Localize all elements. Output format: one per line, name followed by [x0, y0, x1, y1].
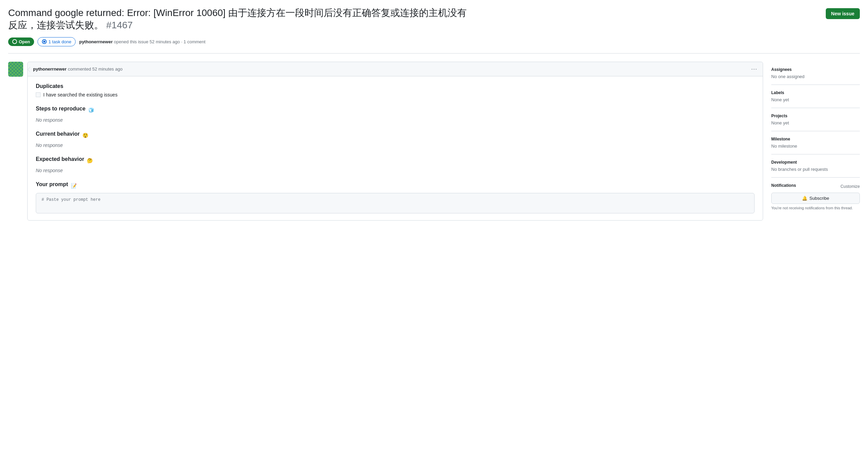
labels-value: None yet — [771, 97, 860, 102]
comment-header: pythonerrnewer commented 52 minutes ago … — [28, 62, 763, 76]
milestone-section: Milestone No milestone — [771, 131, 860, 154]
task-icon — [42, 39, 47, 44]
issue-title: Command google returned: Error: [WinErro… — [8, 7, 468, 32]
left-column: pythonerrnewer commented 52 minutes ago … — [8, 62, 763, 221]
projects-section: Projects None yet — [771, 108, 860, 131]
development-value: No branches or pull requests — [771, 167, 860, 172]
comment-options-button[interactable]: ··· — [751, 65, 757, 73]
expected-behavior-title: Expected behavior — [36, 156, 84, 162]
assignees-label: Assignees — [771, 67, 860, 72]
development-label: Development — [771, 160, 860, 165]
sidebar: Assignees No one assigned Labels None ye… — [771, 62, 860, 221]
comment-header-left: pythonerrnewer commented 52 minutes ago — [33, 66, 123, 72]
prompt-emoji: 📝 — [71, 183, 77, 189]
task-done-badge: 1 task done — [37, 37, 76, 46]
notifications-section: Notifications Customize 🔔 Subscribe You'… — [771, 178, 860, 215]
steps-title: Steps to reproduce — [36, 106, 86, 112]
notifications-label: Notifications — [771, 183, 796, 188]
new-issue-button[interactable]: New issue — [826, 8, 860, 19]
labels-section: Labels None yet — [771, 85, 860, 108]
assignees-section: Assignees No one assigned — [771, 62, 860, 85]
steps-response: No response — [36, 117, 755, 123]
issue-number: #1467 — [106, 20, 133, 30]
checkbox-row: I have searched the existing issues — [36, 92, 755, 97]
comment-time: commented 52 minutes ago — [68, 66, 122, 72]
steps-emoji: 🧊 — [88, 107, 94, 113]
open-badge: Open — [8, 38, 34, 46]
comment-body: Duplicates I have searched the existing … — [28, 76, 763, 220]
avatar-image — [8, 62, 23, 77]
author-link[interactable]: pythonerrnewer — [79, 39, 112, 44]
customize-link[interactable]: Customize — [840, 184, 860, 189]
issue-meta: Open 1 task done pythonerrnewer opened t… — [8, 37, 860, 46]
searched-issues-checkbox[interactable] — [36, 92, 41, 97]
comment-box: pythonerrnewer commented 52 minutes ago … — [27, 62, 763, 221]
assignees-value: No one assigned — [771, 74, 860, 79]
main-layout: pythonerrnewer commented 52 minutes ago … — [8, 62, 860, 221]
projects-label: Projects — [771, 114, 860, 118]
current-response: No response — [36, 142, 755, 148]
commenter-name[interactable]: pythonerrnewer — [33, 66, 66, 72]
avatar — [8, 62, 23, 77]
duplicates-title: Duplicates — [36, 83, 755, 89]
development-section: Development No branches or pull requests — [771, 154, 860, 178]
expected-emoji: 🤔 — [87, 158, 93, 163]
milestone-label: Milestone — [771, 137, 860, 141]
not-receiving-text: You're not receiving notifications from … — [771, 206, 860, 210]
issue-meta-text: pythonerrnewer opened this issue 52 minu… — [79, 39, 205, 44]
header-divider — [8, 53, 860, 54]
prompt-code-block: # Paste your prompt here — [36, 193, 755, 213]
projects-value: None yet — [771, 120, 860, 125]
open-icon — [12, 39, 17, 44]
current-emoji: 😲 — [82, 133, 88, 138]
labels-label: Labels — [771, 90, 860, 95]
prompt-title: Your prompt — [36, 181, 68, 188]
checkbox-label: I have searched the existing issues — [43, 92, 118, 97]
bell-icon: 🔔 — [802, 196, 807, 201]
notifications-row: Notifications Customize — [771, 183, 860, 190]
expected-response: No response — [36, 168, 755, 173]
current-behavior-title: Current behavior — [36, 131, 80, 137]
milestone-value: No milestone — [771, 144, 860, 149]
subscribe-button[interactable]: 🔔 Subscribe — [771, 193, 860, 204]
